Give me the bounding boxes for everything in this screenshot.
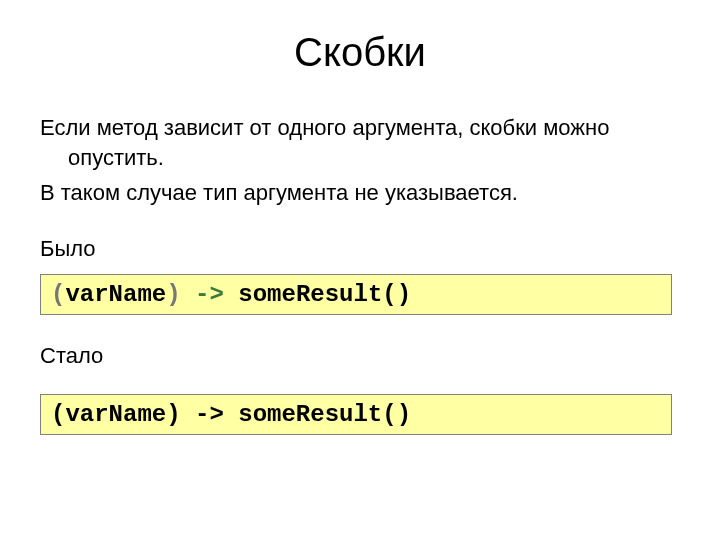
code-call: someResult() [238,281,411,308]
code-full: (varName) -> someResult() [51,401,411,428]
code-close-paren: ) [166,281,180,308]
paragraph-2: В таком случае тип аргумента не указывае… [40,178,680,208]
slide: Скобки Если метод зависит от одного аргу… [0,0,720,540]
code-box-before: (varName) -> someResult() [40,274,672,315]
code-arrow: -> [195,281,224,308]
code-space2 [224,281,238,308]
paragraph-1: Если метод зависит от одного аргумента, … [40,113,680,172]
code-box-after: (varName) -> someResult() [40,394,672,435]
slide-title: Скобки [40,30,680,75]
code-open-paren: ( [51,281,65,308]
code-varname: varName [65,281,166,308]
code-space [181,281,195,308]
label-after: Стало [40,341,680,371]
label-before: Было [40,234,680,264]
